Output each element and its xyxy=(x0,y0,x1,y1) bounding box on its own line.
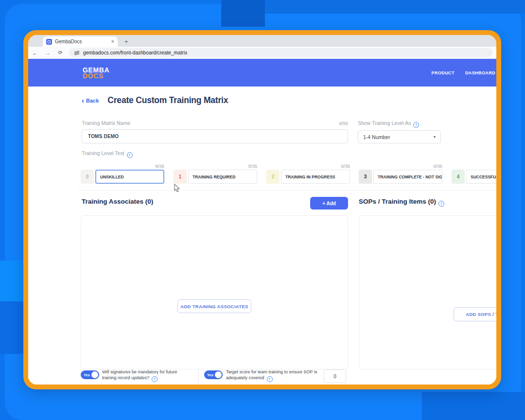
info-icon[interactable]: ! xyxy=(267,376,273,382)
back-link[interactable]: Back xyxy=(86,98,99,104)
level-text-label: Training Level Text! xyxy=(82,150,133,158)
level-counter: 0/35 xyxy=(174,163,258,170)
level-counter: 9/35 xyxy=(81,163,165,170)
level-group-2: 0/35 2 xyxy=(266,163,350,184)
background-patch xyxy=(422,392,525,420)
level-text-input-2[interactable] xyxy=(281,170,350,184)
browser-toolbar: ← → ⟳ gembadocs.com/front-dashboard/crea… xyxy=(28,47,496,59)
add-associate-button[interactable]: + Add xyxy=(310,197,348,210)
address-bar[interactable]: gembadocs.com/front-dashboard/create_mat… xyxy=(69,48,492,57)
gembadocs-logo[interactable]: GEMBA DOCS xyxy=(83,67,109,79)
browser-tab[interactable]: GembaDocs × xyxy=(43,36,118,47)
mouse-cursor xyxy=(174,184,181,192)
level-number-badge: 3 xyxy=(359,170,372,184)
level-text-input-4[interactable] xyxy=(466,170,496,184)
show-level-dropdown[interactable]: 1-4 Number ▾ xyxy=(358,130,441,143)
browser-back-icon[interactable]: ← xyxy=(31,50,39,56)
new-tab-button[interactable]: + xyxy=(124,38,128,45)
site-settings-icon xyxy=(74,50,80,56)
level-text-input-3[interactable] xyxy=(373,170,442,184)
toggle-knob xyxy=(215,371,222,378)
chevron-down-icon: ▾ xyxy=(434,135,436,139)
create-matrix-page: ‹ Back Create Custom Training Matrix Tra… xyxy=(28,87,496,385)
app-header: GEMBA DOCS PRODUCT DASHBOARD xyxy=(28,59,496,87)
add-training-associates-button[interactable]: ADD TRAINING ASSOCIATES xyxy=(177,299,251,313)
nav-item-dashboard[interactable]: DASHBOARD xyxy=(465,70,495,75)
signatures-label: Will signatures be mandatory for future … xyxy=(102,369,194,382)
matrix-name-counter: 9/50 xyxy=(299,121,348,126)
associates-title: Training Associates (0) xyxy=(82,198,153,205)
target-score-toggle[interactable]: Yes xyxy=(204,370,223,379)
browser-forward-icon[interactable]: → xyxy=(44,50,52,56)
level-number-badge: 2 xyxy=(266,170,280,184)
level-number-badge: 4 xyxy=(452,170,465,184)
info-icon[interactable]: ! xyxy=(438,201,444,207)
gembadocs-favicon-icon xyxy=(46,39,52,45)
browser-reload-icon[interactable]: ⟳ xyxy=(56,50,64,56)
matrix-name-input[interactable] xyxy=(82,129,348,143)
info-icon[interactable]: ! xyxy=(413,122,419,128)
add-sops-button[interactable]: ADD SOPS / TRAI xyxy=(454,307,496,321)
level-counter: 0/35 xyxy=(266,163,350,170)
sops-title: SOPs / Training Items (0)! xyxy=(359,198,444,207)
desktop-background: GembaDocs × + ← → ⟳ gembadocs.com/front-… xyxy=(0,0,525,420)
signatures-toggle[interactable]: Yes xyxy=(81,370,99,379)
toggle-knob xyxy=(91,371,98,378)
show-level-label: Show Training Level As! xyxy=(358,120,419,128)
nav-item-product[interactable]: PRODUCT xyxy=(432,70,455,75)
level-group-3: 0/35 3 xyxy=(359,163,443,184)
section-divider xyxy=(77,190,496,191)
background-strip xyxy=(265,0,525,14)
sops-panel xyxy=(359,215,496,369)
browser-window: GembaDocs × + ← → ⟳ gembadocs.com/front-… xyxy=(23,30,501,389)
tab-close-icon[interactable]: × xyxy=(111,39,114,44)
page-header-row: ‹ Back Create Custom Training Matrix xyxy=(82,95,228,105)
associates-panel xyxy=(81,215,348,369)
level-number-badge: 0 xyxy=(81,170,94,184)
level-group-1: 0/35 1 xyxy=(174,163,258,184)
browser-tab-strip: GembaDocs × + xyxy=(28,35,496,47)
url-text: gembadocs.com/front-dashboard/create_mat… xyxy=(83,50,187,55)
info-icon[interactable]: ! xyxy=(152,376,158,382)
target-score-label: Target score for team training to ensure… xyxy=(226,369,323,382)
matrix-name-label: Training Matrix Name xyxy=(82,120,130,126)
page-title: Create Custom Training Matrix xyxy=(107,95,228,105)
level-text-input-1[interactable] xyxy=(188,170,257,184)
background-band xyxy=(221,0,265,27)
level-number-badge: 1 xyxy=(174,170,187,184)
bottom-divider xyxy=(198,368,199,385)
target-score-input[interactable] xyxy=(324,369,346,383)
level-counter xyxy=(452,163,496,170)
level-text-input-0[interactable] xyxy=(95,170,164,184)
app-nav: PRODUCT DASHBOARD xyxy=(432,70,495,75)
info-icon[interactable]: ! xyxy=(127,152,133,158)
level-counter: 0/35 xyxy=(359,163,443,170)
level-group-0: 9/35 0 xyxy=(81,163,165,184)
back-chevron-icon[interactable]: ‹ xyxy=(82,97,84,104)
app-viewport: GEMBA DOCS PRODUCT DASHBOARD ‹ Back Crea… xyxy=(28,59,496,385)
level-group-4: 4 xyxy=(452,163,496,184)
tab-title: GembaDocs xyxy=(55,39,108,44)
